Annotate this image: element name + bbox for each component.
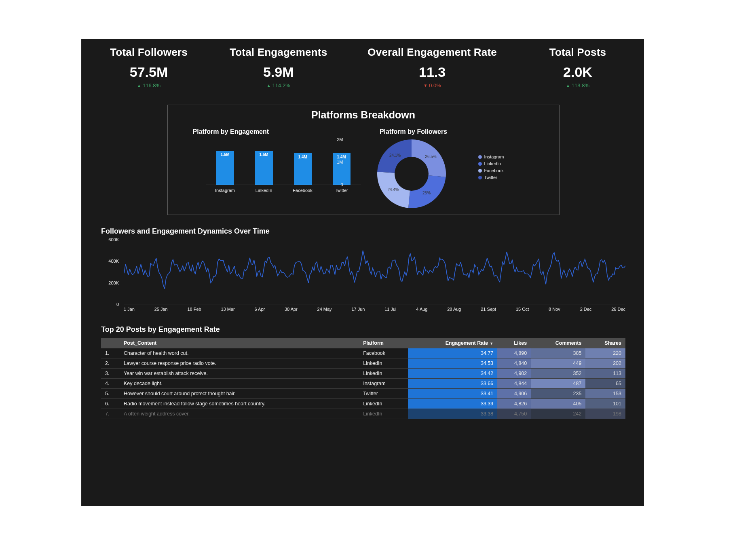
table-section: Top 20 Posts by Engagement Rate Post_Con… <box>81 316 646 419</box>
kpi-value: 57.5M <box>108 64 189 80</box>
table-header[interactable]: Engagement Rate▼ <box>408 338 497 348</box>
bar-ytick: 1M <box>337 160 343 164</box>
table-row[interactable]: 2. Lawyer course response price radio vo… <box>101 358 625 369</box>
cell-engagement-rate: 34.42 <box>408 369 497 379</box>
cell-shares: 202 <box>585 358 625 369</box>
donut-legend: InstagramLinkedInFacebookTwitter <box>478 154 504 182</box>
legend-label: Instagram <box>484 154 504 159</box>
table-row[interactable]: 7. A often weight address cover. LinkedI… <box>101 409 625 419</box>
ts-xtick: 18 Feb <box>187 307 201 312</box>
table-row[interactable]: 5. However should court around protect t… <box>101 389 625 399</box>
table-row[interactable]: 3. Year win war establish attack receive… <box>101 369 625 379</box>
legend-item: Facebook <box>478 168 504 173</box>
ts-ytick: 400K <box>108 259 119 263</box>
row-index: 7. <box>101 409 120 419</box>
cell-engagement-rate: 34.53 <box>408 358 497 369</box>
cell-comments: 242 <box>531 409 585 419</box>
ts-xtick: 6 Apr <box>255 307 265 312</box>
ts-xtick: 25 Jan <box>154 307 168 312</box>
ts-xtick: 13 Mar <box>221 307 235 312</box>
legend-label: Facebook <box>484 168 504 173</box>
bar-value-label: 1.5M <box>216 152 234 157</box>
cell-engagement-rate: 33.41 <box>408 389 497 399</box>
cell-content: Year win war establish attack receive. <box>120 369 359 379</box>
kpi-card: Overall Engagement Rate 11.3 ▼ 0.0% <box>367 46 497 89</box>
ts-xtick: 24 May <box>317 307 332 312</box>
kpi-title: Overall Engagement Rate <box>367 46 497 59</box>
arrow-up-icon: ▲ <box>137 83 141 88</box>
cell-platform: LinkedIn <box>359 399 408 409</box>
platforms-panel: Platforms Breakdown Platform by Engageme… <box>167 105 560 215</box>
cell-platform: Facebook <box>359 348 408 358</box>
arrow-up-icon: ▲ <box>267 83 271 88</box>
cell-engagement-rate: 33.66 <box>408 379 497 389</box>
legend-item: LinkedIn <box>478 161 504 166</box>
kpi-delta-value: 0.0% <box>429 82 441 89</box>
table-row[interactable]: 6. Radio movement instead follow stage s… <box>101 399 625 409</box>
cell-comments: 352 <box>531 369 585 379</box>
table-row[interactable]: 1. Character of health word cut. Faceboo… <box>101 348 625 358</box>
donut-slice-label: 24.4% <box>387 188 399 192</box>
kpi-delta-value: 116.8% <box>143 82 160 89</box>
table-row[interactable]: 4. Key decade light. Instagram 33.66 4,8… <box>101 379 625 389</box>
bar-value-label: 1.4M <box>294 155 312 159</box>
cell-content: Radio movement instead follow stage some… <box>120 399 359 409</box>
kpi-value: 2.0K <box>537 64 618 80</box>
cell-shares: 198 <box>585 409 625 419</box>
table-header-row: Post_ContentPlatformEngagement Rate▼Like… <box>101 338 625 348</box>
legend-swatch-icon <box>478 169 482 173</box>
table-header-index[interactable] <box>101 338 120 348</box>
table-header[interactable]: Post_Content <box>120 338 359 348</box>
cell-engagement-rate: 34.77 <box>408 348 497 358</box>
sort-desc-icon: ▼ <box>490 341 493 346</box>
kpi-row: Total Followers 57.5M ▲ 116.8% Total Eng… <box>81 39 646 89</box>
cell-platform: LinkedIn <box>359 409 408 419</box>
kpi-value: 5.9M <box>230 64 327 80</box>
legend-label: Twitter <box>484 175 497 180</box>
table-header[interactable]: Likes <box>497 338 531 348</box>
donut-slice-label: 24.1% <box>389 153 401 158</box>
row-index: 6. <box>101 399 120 409</box>
kpi-title: Total Engagements <box>230 46 327 59</box>
cell-shares: 101 <box>585 399 625 409</box>
table-header[interactable]: Comments <box>531 338 585 348</box>
kpi-delta-value: 113.8% <box>572 82 589 89</box>
kpi-delta: ▼ 0.0% <box>423 82 441 89</box>
table-header[interactable]: Platform <box>359 338 408 348</box>
legend-swatch-icon <box>478 162 482 166</box>
ts-ytick: 0 <box>116 302 119 307</box>
legend-label: LinkedIn <box>484 161 501 166</box>
cell-likes: 4,826 <box>497 399 531 409</box>
cell-likes: 4,906 <box>497 389 531 399</box>
posts-table: Post_ContentPlatformEngagement Rate▼Like… <box>101 338 625 419</box>
legend-item: Instagram <box>478 154 504 159</box>
cell-shares: 65 <box>585 379 625 389</box>
cell-comments: 235 <box>531 389 585 399</box>
timeseries-chart: 0200K400K600K 1 Jan25 Jan18 Feb13 Mar6 A… <box>101 240 625 316</box>
donut-chart: Platform by Followers 26.5%25%24.4%24.1%… <box>377 128 552 208</box>
bar-ytick: 0 <box>340 182 343 187</box>
kpi-delta: ▲ 114.2% <box>267 82 290 89</box>
kpi-delta: ▲ 116.8% <box>137 82 160 89</box>
bar: 1.4M <box>294 153 312 185</box>
ts-ytick: 200K <box>108 280 119 285</box>
donut-chart-title: Platform by Followers <box>361 128 466 135</box>
bar: 1.5M <box>216 151 234 185</box>
timeseries-line <box>124 251 625 289</box>
donut-slice-label: 26.5% <box>425 154 436 159</box>
cell-platform: LinkedIn <box>359 358 408 369</box>
bar-value-label: 1.4M <box>333 155 351 159</box>
cell-comments: 385 <box>531 348 585 358</box>
ts-xtick: 28 Aug <box>447 307 461 312</box>
donut-wrap: 26.5%25%24.4%24.1% <box>377 139 446 208</box>
platforms-panel-title: Platforms Breakdown <box>175 109 552 121</box>
table-header[interactable]: Shares <box>585 338 625 348</box>
timeseries-plot <box>124 240 625 304</box>
bar-facebook: 1.4M <box>291 153 315 185</box>
left-edge <box>81 39 82 506</box>
bar-chart: Platform by Engagement 1.5M1.5M1.4M1.4M … <box>175 128 361 208</box>
cell-likes: 4,844 <box>497 379 531 389</box>
cell-content: Lawyer course response price radio vote. <box>120 358 359 369</box>
timeseries-xlabels: 1 Jan25 Jan18 Feb13 Mar6 Apr30 Apr24 May… <box>124 307 625 312</box>
cell-shares: 220 <box>585 348 625 358</box>
